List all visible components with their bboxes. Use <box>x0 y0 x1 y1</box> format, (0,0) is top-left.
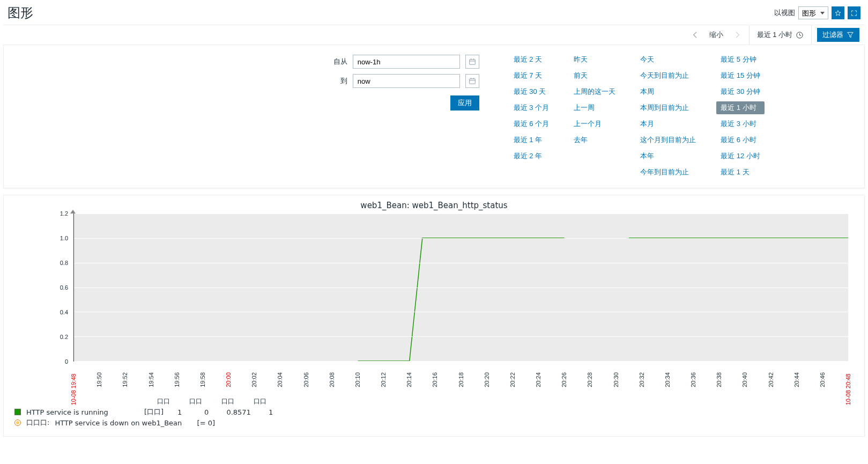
time-preset[interactable]: 本年 <box>640 151 696 161</box>
x-tick-label: 20:38 <box>716 372 722 387</box>
to-label: 到 <box>326 76 347 86</box>
stat-header: 口口 <box>217 397 239 406</box>
expand-icon <box>851 9 857 17</box>
x-tick-label: 20:44 <box>793 372 800 387</box>
x-edge-label: 10-08 20:48 <box>845 374 851 406</box>
time-preset[interactable]: 去年 <box>574 135 615 145</box>
zoom-out-button[interactable]: 缩小 <box>709 30 723 40</box>
x-tick-label: 20:18 <box>458 372 464 387</box>
x-tick-label: 20:36 <box>690 372 696 387</box>
time-range-tab[interactable]: 最近 1 小时 <box>749 25 812 45</box>
y-axis: 00.20.40.60.81.01.2 <box>47 213 71 362</box>
time-preset[interactable]: 本周到目前为止 <box>640 103 696 113</box>
x-tick-label: 20:30 <box>613 372 619 387</box>
x-tick-label: 19:54 <box>148 372 154 387</box>
time-toolbar: 缩小 最近 1 小时 过滤器 <box>3 25 865 45</box>
time-preset[interactable]: 最近 5 分钟 <box>721 55 760 64</box>
legend-series-row: HTTP service is running [口口] 1 0 0.8571 … <box>14 407 857 417</box>
time-preset[interactable]: 最近 3 个月 <box>514 103 549 113</box>
header-actions: 以视图 图形 <box>774 6 860 19</box>
time-preset[interactable]: 上一周 <box>574 103 615 113</box>
x-tick-label: 20:14 <box>406 372 412 387</box>
from-input[interactable] <box>353 55 460 69</box>
time-presets: 最近 2 天昨天今天最近 5 分钟最近 7 天前天今天到目前为止最近 15 分钟… <box>501 55 850 177</box>
time-preset[interactable]: 昨天 <box>574 55 615 64</box>
x-tick-label: 20:10 <box>354 372 361 387</box>
time-preset[interactable]: 最近 1 小时 <box>716 101 765 114</box>
time-picker-panel: 自从 到 应用 最近 2 天昨天今天最近 5 分钟最近 7 天前天今天到目前为止… <box>3 45 865 188</box>
time-preset[interactable]: 上一个月 <box>574 119 615 129</box>
time-preset[interactable]: 最近 6 个月 <box>514 119 549 129</box>
legend: 口口 口口 口口 口口 HTTP service is running [口口]… <box>14 397 857 428</box>
time-preset[interactable]: 最近 12 小时 <box>721 151 760 161</box>
stat-header: 口口 <box>153 397 174 406</box>
time-preset[interactable]: 最近 2 年 <box>514 151 549 161</box>
x-tick-label: 20:40 <box>741 372 748 387</box>
time-preset[interactable]: 本周 <box>640 87 696 97</box>
x-tick-label: 20:26 <box>561 372 567 387</box>
x-tick-label: 20:24 <box>535 372 541 387</box>
svg-rect-7 <box>469 79 475 84</box>
chevron-right-icon <box>733 31 741 39</box>
clock-icon <box>796 31 804 39</box>
chart-card: web1_Bean: web1_Bean_http_status 00.20.4… <box>3 195 865 437</box>
x-tick-label: 20:42 <box>768 372 774 387</box>
stat-avg: 0.8571 <box>222 408 255 416</box>
stat-group-label: [口口] <box>144 407 164 417</box>
time-preset[interactable]: 今天 <box>640 55 696 64</box>
time-preset[interactable]: 最近 1 年 <box>514 135 549 145</box>
to-calendar-button[interactable] <box>465 74 479 88</box>
stat-header: 口口 <box>249 397 271 406</box>
page-header: 图形 以视图 图形 <box>0 0 868 25</box>
x-tick-label: 20:32 <box>639 372 645 387</box>
view-label: 以视图 <box>774 8 795 18</box>
time-preset[interactable]: 本月 <box>640 119 696 129</box>
x-tick-label: 19:52 <box>122 372 128 387</box>
x-tick-label: 20:02 <box>251 372 257 387</box>
apply-row: 应用 <box>450 95 479 111</box>
chart-title: web1_Bean: web1_Bean_http_status <box>11 201 857 210</box>
fullscreen-button[interactable] <box>848 6 860 19</box>
time-preset[interactable]: 这个月到目前为止 <box>640 135 696 145</box>
to-input[interactable] <box>353 74 460 88</box>
y-axis-arrow-icon <box>70 210 76 213</box>
legend-trigger-row: 口口口: HTTP service is down on web1_Bean [… <box>14 418 857 428</box>
x-tick-label: 20:20 <box>484 372 490 387</box>
trigger-color-swatch <box>14 419 21 426</box>
to-row: 到 <box>326 74 479 88</box>
time-preset[interactable]: 最近 30 分钟 <box>721 87 760 97</box>
time-preset[interactable]: 今年到目前为止 <box>640 167 696 177</box>
apply-button[interactable]: 应用 <box>450 95 479 111</box>
chevron-left-icon[interactable] <box>691 31 700 39</box>
time-preset[interactable]: 最近 3 小时 <box>721 119 760 129</box>
x-tick-label: 20:28 <box>587 372 593 387</box>
time-preset[interactable]: 最近 6 小时 <box>721 135 760 145</box>
series-name: HTTP service is running <box>26 408 139 416</box>
x-tick-label: 20:46 <box>819 372 826 387</box>
series-color-swatch <box>14 409 21 415</box>
x-tick-label: 20:16 <box>432 372 438 387</box>
time-preset[interactable]: 上周的这一天 <box>574 87 615 97</box>
view-select[interactable]: 图形 <box>798 6 828 19</box>
trigger-prefix: 口口口: <box>26 418 49 428</box>
filter-button[interactable]: 过滤器 <box>817 28 859 42</box>
time-preset[interactable]: 最近 30 天 <box>514 87 549 97</box>
funnel-icon <box>847 31 854 39</box>
from-label: 自从 <box>326 57 347 67</box>
x-tick-label: 20:08 <box>329 372 335 387</box>
trigger-label: HTTP service is down on web1_Bean <box>55 419 182 427</box>
filter-label: 过滤器 <box>822 30 843 40</box>
time-preset[interactable]: 今天到目前为止 <box>640 71 696 80</box>
time-preset[interactable]: 前天 <box>574 71 615 80</box>
time-preset[interactable]: 最近 2 天 <box>514 55 549 64</box>
from-calendar-button[interactable] <box>465 55 479 69</box>
time-preset[interactable]: 最近 7 天 <box>514 71 549 80</box>
favorite-button[interactable] <box>832 6 844 19</box>
page-title: 图形 <box>8 4 33 21</box>
x-tick-label: 19:56 <box>174 372 180 387</box>
stat-header: 口口 <box>185 397 206 406</box>
time-preset[interactable]: 最近 1 天 <box>721 167 760 177</box>
time-preset[interactable]: 最近 15 分钟 <box>721 71 760 80</box>
svg-marker-0 <box>835 10 841 16</box>
time-range-label: 最近 1 小时 <box>757 30 792 40</box>
